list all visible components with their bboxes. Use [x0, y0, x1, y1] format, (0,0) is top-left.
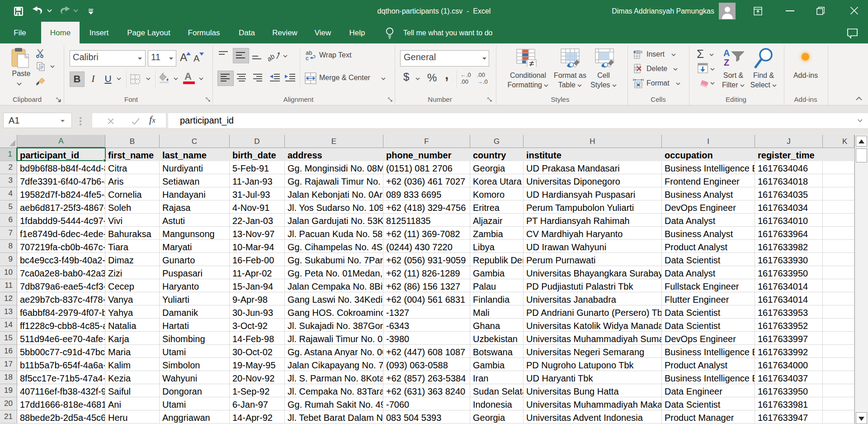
svg-text:A: A — [723, 48, 730, 58]
svg-text:Z: Z — [724, 57, 729, 67]
svg-text:c: c — [306, 55, 309, 61]
svg-text:ab: ab — [268, 52, 276, 62]
